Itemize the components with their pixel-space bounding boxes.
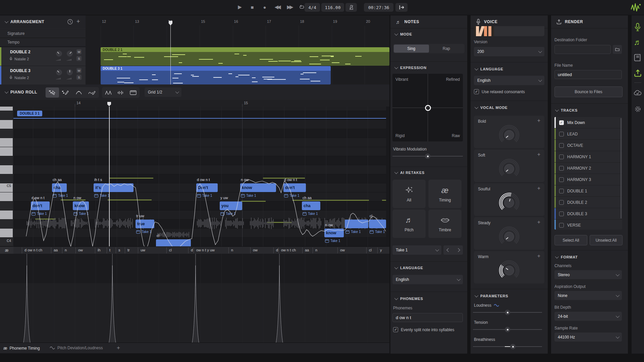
video-toggle-button[interactable] <box>127 87 139 98</box>
phoneme-separator[interactable] <box>377 247 378 253</box>
retake-pitch-button[interactable]: ♬Pitch <box>392 209 426 238</box>
checkbox-unchecked-icon[interactable] <box>559 132 564 136</box>
chevron-down-icon[interactable] <box>394 296 398 300</box>
take-badge[interactable]: Take 1 <box>94 194 109 197</box>
phoneme-segment[interactable]: aa <box>54 248 58 252</box>
tab-phoneme-timing[interactable]: æPhoneme Timing <box>3 346 40 351</box>
render-track-row-verse[interactable]: VERSE <box>554 220 622 230</box>
phoneme-segment[interactable]: cl <box>169 248 172 252</box>
phoneme-segment[interactable]: y <box>380 248 382 252</box>
settings-gear-icon[interactable] <box>634 105 642 113</box>
loop-button[interactable] <box>297 2 307 12</box>
tool-draw-button[interactable] <box>59 87 72 98</box>
timing-markers[interactable] <box>0 254 389 343</box>
phoneme-segment[interactable]: aa <box>305 248 309 252</box>
phoneme-segment[interactable]: ow <box>253 248 258 252</box>
bold-knob[interactable] <box>496 124 522 146</box>
phoneme-separator[interactable] <box>250 247 251 253</box>
checkbox-unchecked-icon[interactable] <box>559 212 564 216</box>
phoneme-separator[interactable] <box>337 247 338 253</box>
notes-language-select[interactable]: English <box>392 275 463 284</box>
phoneme-segment[interactable]: n <box>315 248 317 252</box>
checkbox-checked-icon[interactable]: ✓ <box>393 327 398 332</box>
tension-slider[interactable] <box>473 327 542 332</box>
take-badge[interactable]: Take 1 <box>32 212 47 216</box>
browse-folder-button[interactable] <box>613 45 622 54</box>
phoneme-segment[interactable]: tr <box>127 248 130 252</box>
expression-handle[interactable] <box>425 105 431 111</box>
evenly-split-checkbox-row[interactable]: ✓ Evenly split note into syllables <box>393 327 454 332</box>
add-automation-button[interactable]: + <box>537 185 540 191</box>
volume-knob[interactable] <box>55 50 63 57</box>
meta-row-signature[interactable]: Signature <box>0 29 86 38</box>
take-badge[interactable]: Take 1 <box>284 194 299 197</box>
play-button[interactable]: ▶ <box>235 2 245 12</box>
chevron-down-icon[interactable] <box>475 294 478 297</box>
add-automation-button[interactable]: + <box>537 219 540 225</box>
add-editor-tab-button[interactable]: + <box>117 345 120 351</box>
tool-select-button[interactable] <box>46 87 59 98</box>
meta-row-tempo[interactable]: Tempo <box>0 38 86 47</box>
phoneme-separator[interactable] <box>125 247 125 253</box>
phoneme-timing-strip[interactable]: æd ow n t chaanowihtstruwcldow n t y uwn… <box>0 246 389 254</box>
take-badge[interactable]: Take 1 <box>303 212 318 216</box>
chevron-down-icon[interactable] <box>5 90 8 94</box>
retake-all-button[interactable]: All <box>392 180 426 208</box>
chevron-down-icon[interactable] <box>394 265 398 269</box>
steady-knob[interactable] <box>496 225 522 247</box>
grid-select[interactable]: Grid 1/2 <box>145 87 181 97</box>
mute-button[interactable]: M <box>76 49 82 54</box>
tempo-map-icon[interactable] <box>67 19 73 25</box>
phoneme-segment[interactable]: d <box>191 248 193 252</box>
phoneme-segment[interactable]: cl <box>369 248 372 252</box>
clip-double-3-1[interactable]: DOUBLE 3 1 <box>101 66 331 84</box>
phoneme-separator[interactable] <box>302 247 303 253</box>
mode-sing-button[interactable]: Sing <box>394 45 429 53</box>
select-all-button[interactable]: Select All <box>554 235 587 245</box>
loudness-toggle-button[interactable] <box>115 87 127 98</box>
loudness-slider[interactable] <box>473 310 542 315</box>
file-name-input[interactable]: untitled <box>554 70 622 79</box>
phoneme-separator[interactable] <box>51 247 51 253</box>
phoneme-separator[interactable] <box>273 247 274 253</box>
take-badge[interactable]: Take 1 <box>241 194 256 197</box>
aspiration-output-select[interactable]: None <box>554 291 622 300</box>
mode-rap-button[interactable]: Rap <box>429 45 464 53</box>
vibrato-modulation-slider[interactable] <box>392 154 463 159</box>
stop-button[interactable]: ■ <box>247 2 257 12</box>
add-track-button[interactable]: + <box>76 18 80 25</box>
channels-select[interactable]: Stereo <box>554 270 622 279</box>
chevron-down-icon[interactable] <box>394 65 398 69</box>
solo-button[interactable]: S <box>76 56 82 61</box>
render-track-row-harmony-2[interactable]: HARMONY 2 <box>554 163 622 174</box>
pan-knob[interactable] <box>66 69 73 76</box>
checkbox-unchecked-icon[interactable] <box>559 200 564 205</box>
voice-language-select[interactable]: English <box>474 76 544 85</box>
record-button[interactable]: ● <box>260 2 270 12</box>
dictionary-icon[interactable] <box>634 54 641 62</box>
take-badge[interactable]: Take 1 <box>345 230 361 234</box>
checkbox-unchecked-icon[interactable] <box>559 155 564 159</box>
arrangement-timeline[interactable]: 121314151617181920DOUBLE 2 1DOUBLE 3 1 <box>86 15 389 84</box>
take-badge[interactable]: Take 1 <box>197 194 212 197</box>
add-automation-button[interactable]: + <box>537 253 540 259</box>
chevron-down-icon[interactable] <box>394 170 398 174</box>
note-don't[interactable]: don't <box>283 183 306 192</box>
take-badge[interactable]: Take 1 <box>136 230 151 234</box>
take-badge[interactable]: Take 1 <box>220 212 235 216</box>
piano-roll-playhead-line[interactable] <box>109 107 110 246</box>
phoneme-separator[interactable] <box>366 247 367 253</box>
phoneme-segment[interactable]: ow <box>78 248 83 252</box>
phoneme-separator[interactable] <box>166 247 167 253</box>
phoneme-segment[interactable]: ow n t ch <box>281 248 296 252</box>
phoneme-segment[interactable]: ow <box>340 248 345 252</box>
phoneme-separator[interactable] <box>188 247 189 253</box>
chevron-down-icon[interactable] <box>555 255 559 258</box>
note-don't[interactable]: don't <box>31 201 50 210</box>
note-rest[interactable] <box>369 220 386 228</box>
render-track-row-double-2[interactable]: DOUBLE 2 <box>554 197 622 208</box>
metronome-button[interactable] <box>345 3 357 12</box>
take-badge[interactable]: Take 1 <box>53 194 68 197</box>
destination-folder-input[interactable] <box>554 45 611 54</box>
volume-knob[interactable] <box>55 69 63 76</box>
